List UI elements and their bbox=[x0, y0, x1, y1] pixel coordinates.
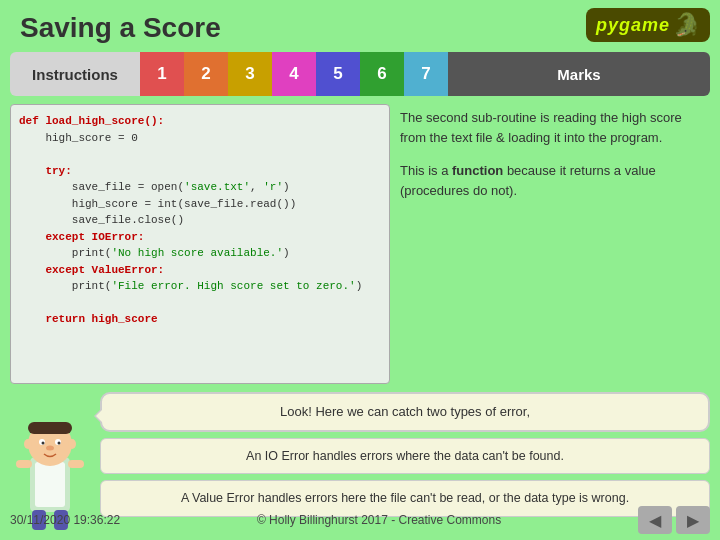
svg-rect-1 bbox=[35, 462, 65, 507]
description-paragraph1: The second sub-routine is reading the hi… bbox=[400, 108, 710, 147]
code-panel: def load_high_score(): high_score = 0 tr… bbox=[10, 104, 390, 384]
info-box-1: An IO Error handles errors where the dat… bbox=[100, 438, 710, 475]
tab-4[interactable]: 4 bbox=[272, 52, 316, 96]
pygame-logo-text: pygame bbox=[596, 15, 670, 36]
tab-2[interactable]: 2 bbox=[184, 52, 228, 96]
forward-button[interactable]: ▶ bbox=[676, 506, 710, 534]
tab-5[interactable]: 5 bbox=[316, 52, 360, 96]
speech-bubble: Look! Here we can catch two types of err… bbox=[100, 392, 710, 432]
footer-copyright: © Holly Billinghurst 2017 - Creative Com… bbox=[257, 513, 501, 527]
description-panel: The second sub-routine is reading the hi… bbox=[400, 104, 710, 384]
main-content: def load_high_score(): high_score = 0 tr… bbox=[10, 104, 710, 384]
svg-point-7 bbox=[58, 442, 61, 445]
nav-arrows: ◀ ▶ bbox=[638, 506, 710, 534]
tab-6[interactable]: 6 bbox=[360, 52, 404, 96]
pygame-logo: pygame 🐊 bbox=[586, 8, 710, 42]
tab-1[interactable]: 1 bbox=[140, 52, 184, 96]
tab-3[interactable]: 3 bbox=[228, 52, 272, 96]
nav-instructions: Instructions bbox=[10, 52, 140, 96]
footer-timestamp: 30/11/2020 19:36:22 bbox=[10, 513, 120, 527]
svg-rect-3 bbox=[28, 422, 72, 434]
footer: 30/11/2020 19:36:22 © Holly Billinghurst… bbox=[10, 506, 710, 534]
description-paragraph2: This is a function because it returns a … bbox=[400, 161, 710, 200]
pygame-logo-icon: 🐊 bbox=[673, 12, 700, 38]
svg-rect-12 bbox=[68, 460, 84, 468]
tab-7[interactable]: 7 bbox=[404, 52, 448, 96]
svg-rect-11 bbox=[16, 460, 32, 468]
nav-tabs: 1 2 3 4 5 6 7 bbox=[140, 52, 448, 96]
svg-point-6 bbox=[42, 442, 45, 445]
speech-bubble-area: Look! Here we can catch two types of err… bbox=[100, 392, 710, 517]
nav-bar: Instructions 1 2 3 4 5 6 7 Marks bbox=[10, 52, 710, 96]
svg-point-8 bbox=[46, 446, 54, 451]
back-button[interactable]: ◀ bbox=[638, 506, 672, 534]
svg-point-10 bbox=[68, 439, 76, 449]
svg-point-9 bbox=[24, 439, 32, 449]
nav-marks: Marks bbox=[448, 52, 710, 96]
